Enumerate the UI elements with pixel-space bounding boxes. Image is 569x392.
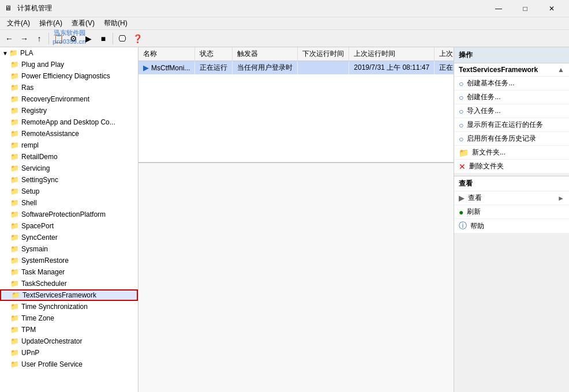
tree-item[interactable]: 📁Shell <box>0 197 138 209</box>
tree-item-label: Time Zone <box>21 314 54 322</box>
folder-icon: 📁 <box>10 95 19 103</box>
action-item-0[interactable]: ○创建基本任务... <box>454 77 569 91</box>
menu-action[interactable]: 操作(A) <box>35 17 67 29</box>
tree-item[interactable]: ▼📁PLA <box>0 47 138 59</box>
action-item-7[interactable]: ▶查看► <box>454 191 569 205</box>
main-container: ▼📁PLA📁Plug and Play📁Power Efficiency Dia… <box>0 47 569 392</box>
action-icon: ⓘ <box>459 221 467 231</box>
tree-item[interactable]: 📁RetailDemo <box>0 151 138 163</box>
tree-item[interactable]: 📁Time Zone <box>0 312 138 324</box>
folder-icon: 📁 <box>10 210 19 218</box>
tree-item[interactable]: 📁RemoteAssistance <box>0 128 138 140</box>
tree-item-label: Setup <box>21 187 39 195</box>
tree-item-label: SpacePort <box>21 222 54 230</box>
folder-icon: 📁 <box>10 326 19 334</box>
tree-item[interactable]: 📁Setup <box>0 186 138 197</box>
content-area: 名称 状态 触发器 下次运行时间 上次运行时间 上次 ▶MsCtfMoni...… <box>138 47 454 392</box>
folder-icon: 📁 <box>10 107 19 115</box>
tree-item-label: SystemRestore <box>21 257 69 265</box>
tree-item-label: Task Manager <box>21 268 65 276</box>
properties-button[interactable]: ⚙ <box>66 32 80 46</box>
tree-item-label: Time Synchronization <box>21 303 88 311</box>
folder-icon: 📁 <box>10 153 19 161</box>
maximize-button[interactable]: □ <box>512 0 538 17</box>
col-last-run: 上次运行时间 <box>349 47 435 61</box>
action-item-5[interactable]: 📁新文件夹... <box>454 146 569 160</box>
close-button[interactable]: ✕ <box>539 0 564 17</box>
action-item-6[interactable]: ✕删除文件夹 <box>454 160 569 174</box>
refresh-button[interactable]: 🖵 <box>115 32 129 46</box>
folder-icon: 📁 <box>10 118 19 126</box>
tree-item[interactable]: 📁SoftwareProtectionPlatform <box>0 209 138 220</box>
tree-item[interactable]: 📁Task Manager <box>0 266 138 278</box>
back-button[interactable]: ← <box>2 32 16 46</box>
tree-item-label: TaskScheduler <box>21 280 67 288</box>
tree-item[interactable]: 📁RecoveryEnvironment <box>0 93 138 105</box>
tree-item-label: UpdateOrchestrator <box>21 337 82 345</box>
task-details-panel <box>138 163 454 392</box>
tree-item[interactable]: 📁Servicing <box>0 163 138 174</box>
action-label: 帮助 <box>470 221 564 231</box>
tree-item[interactable]: 📁Ras <box>0 82 138 93</box>
task-table-container[interactable]: 名称 状态 触发器 下次运行时间 上次运行时间 上次 ▶MsCtfMoni...… <box>138 47 454 163</box>
action-label: 创建基本任务... <box>467 78 564 88</box>
show-hide-button[interactable]: 📋 <box>51 32 65 46</box>
col-status: 状态 <box>195 47 233 61</box>
tree-item-label: SyncCenter <box>21 233 58 242</box>
col-trigger: 触发器 <box>233 47 298 61</box>
tree-item-label: SettingSync <box>21 176 58 184</box>
tree-item[interactable]: 📁rempl <box>0 140 138 151</box>
actions-section-title: TextServicesFramework ▲ <box>454 63 569 77</box>
action-label: 新文件夹... <box>472 148 564 157</box>
tree-item[interactable]: 📁Plug and Play <box>0 59 138 70</box>
tree-item-label: RecoveryEnvironment <box>21 95 89 103</box>
action-item-4[interactable]: ○启用所有任务历史记录 <box>454 132 569 146</box>
action-item-2[interactable]: ○导入任务... <box>454 104 569 118</box>
tree-item-label: Sysmain <box>21 245 48 253</box>
tree-item[interactable]: 📁SyncCenter <box>0 232 138 243</box>
action-label: 显示所有正在运行的任务 <box>467 120 564 130</box>
tree-item[interactable]: 📁SettingSync <box>0 174 138 186</box>
folder-icon: 📁 <box>12 291 20 299</box>
action-item-1[interactable]: ○创建任务... <box>454 91 569 104</box>
tree-item-label: Ras <box>21 84 33 92</box>
tree-item[interactable]: 📁User Profile Service <box>0 359 138 370</box>
tree-item[interactable]: 📁Registry <box>0 105 138 116</box>
tree-item[interactable]: 📁SpacePort <box>0 220 138 232</box>
col-next-run: 下次运行时间 <box>298 47 349 61</box>
tree-item[interactable]: 📁UpdateOrchestrator <box>0 336 138 347</box>
tree-item-label: Power Efficiency Diagnostics <box>21 72 110 80</box>
folder-icon: 📁 <box>10 187 19 195</box>
expand-icon: ▼ <box>2 50 8 56</box>
folder-icon: 📁 <box>10 280 19 288</box>
forward-button[interactable]: → <box>17 32 31 46</box>
toolbar-sep-2 <box>113 33 113 44</box>
action-item-9[interactable]: ⓘ帮助 <box>454 219 569 233</box>
tree-item[interactable]: 📁TPM <box>0 324 138 336</box>
tree-item-label: rempl <box>21 141 39 149</box>
tree-item[interactable]: 📁RemoteApp and Desktop Co... <box>0 116 138 128</box>
table-row[interactable]: ▶MsCtfMoni... 正在运行 当任何用户登录时 2019/7/31 上午… <box>138 61 454 75</box>
toolbar-sep-1 <box>48 33 49 44</box>
minimize-button[interactable]: — <box>486 0 511 17</box>
tree-item[interactable]: 📁Sysmain <box>0 243 138 255</box>
folder-icon: 📁 <box>10 164 19 172</box>
tree-item[interactable]: 📁TextServicesFramework <box>0 289 138 301</box>
up-button[interactable]: ↑ <box>32 32 46 46</box>
menu-view[interactable]: 查看(V) <box>67 17 99 29</box>
action-item-8[interactable]: ●刷新 <box>454 205 569 219</box>
sidebar-tree: ▼📁PLA📁Plug and Play📁Power Efficiency Dia… <box>0 47 138 392</box>
menu-file[interactable]: 文件(A) <box>2 17 35 29</box>
tree-item[interactable]: 📁SystemRestore <box>0 255 138 266</box>
tree-item[interactable]: 📁UPnP <box>0 347 138 359</box>
tree-item[interactable]: 📁Time Synchronization <box>0 301 138 312</box>
tree-item-label: User Profile Service <box>21 360 83 368</box>
stop-button[interactable]: ■ <box>96 32 110 46</box>
run-button[interactable]: ▶ <box>81 32 95 46</box>
help-button[interactable]: ❓ <box>130 32 144 46</box>
menu-help[interactable]: 帮助(H) <box>99 17 132 29</box>
tree-item[interactable]: 📁Power Efficiency Diagnostics <box>0 70 138 82</box>
action-item-3[interactable]: ○显示所有正在运行的任务 <box>454 118 569 132</box>
tree-item[interactable]: 📁TaskScheduler <box>0 278 138 289</box>
col-name: 名称 <box>138 47 195 61</box>
